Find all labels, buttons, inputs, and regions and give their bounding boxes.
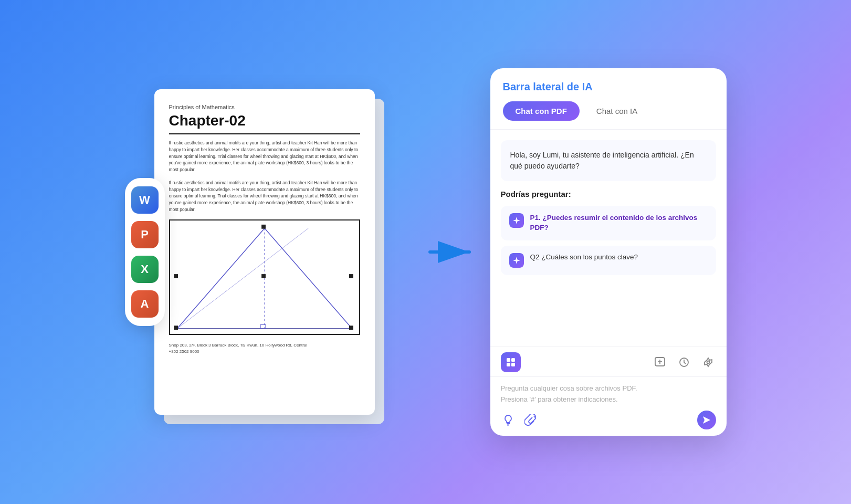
left-section: W P X A Principles of Mathematics Chapte… [125,89,385,415]
app-icon-powerpoint[interactable]: P [131,221,159,248]
suggestions-section: Podrías preguntar: P1. ¿Puedes resumir e… [501,190,716,275]
sparkle-icon-2 [513,257,520,264]
ppt-label: P [141,228,149,242]
history-svg [678,356,690,368]
svg-rect-9 [349,326,353,330]
input-placeholder[interactable]: Pregunta cualquier cosa sobre archivos P… [501,383,716,405]
toolbar-app-svg [506,357,516,368]
tab-chat-pdf[interactable]: Chat con PDF [503,101,580,121]
arrow-icon [427,231,480,273]
attach-svg [524,414,536,426]
pdf-label: A [141,297,149,311]
svg-rect-7 [174,326,178,330]
sidebar-title: Barra lateral de IA [503,81,714,93]
tab-bar: Chat con PDF Chat con IA [503,101,714,121]
svg-rect-17 [511,363,515,366]
suggestion-icon-2 [509,253,524,268]
document-body-1: If rustic aesthetics and animal motifs a… [169,140,360,173]
excel-label: X [141,262,149,276]
svg-rect-8 [261,224,266,228]
suggestion-text-1: P1. ¿Puedes resumir el contenido de los … [530,213,708,233]
suggestion-card-2[interactable]: Q2 ¿Cuáles son los puntos clave? [501,246,716,275]
lightbulb-svg [502,414,514,426]
settings-icon[interactable] [700,354,716,370]
svg-rect-16 [507,363,510,366]
svg-rect-10 [174,274,178,278]
svg-line-26 [534,416,535,417]
document-main: Principles of Mathematics Chapter-02 If … [154,89,375,415]
app-icons-sidebar: W P X A [125,178,165,326]
svg-rect-12 [261,274,266,278]
suggestion-icon-1 [509,213,524,228]
word-label: W [139,193,150,207]
toolbar-app-icon[interactable] [501,352,521,372]
input-area[interactable]: Pregunta cualquier cosa sobre archivos P… [490,376,727,436]
document-stack: Principles of Mathematics Chapter-02 If … [154,89,385,415]
svg-rect-14 [507,358,510,362]
svg-point-23 [707,361,709,364]
input-bottom-bar [501,411,716,429]
greeting-bubble: Hola, soy Lumi, tu asistente de intelige… [501,140,716,181]
send-button[interactable] [697,411,716,429]
tab-chat-ia[interactable]: Chat con IA [584,101,650,121]
history-icon[interactable] [676,354,692,370]
suggestions-title: Podrías preguntar: [501,190,716,198]
document-subtitle: Principles of Mathematics [169,104,360,110]
lightbulb-icon[interactable] [501,413,516,427]
input-left-icons [501,413,538,427]
svg-line-3 [177,228,308,328]
svg-rect-15 [511,358,515,362]
svg-rect-11 [349,274,353,278]
suggestion-text-2: Q2 ¿Cuáles son los puntos clave? [530,253,638,261]
bottom-toolbar [490,346,727,376]
sidebar-header: Barra lateral de IA Chat con PDF Chat co… [490,68,727,130]
app-icon-word[interactable]: W [131,186,159,214]
svg-line-1 [177,228,265,328]
arrow-section [427,231,480,273]
send-icon [702,416,711,424]
document-footer: Shop 203, 2/F, Block 3 Barrack Block, Ta… [169,342,360,355]
app-icon-pdf[interactable]: A [131,290,159,318]
sparkle-icon-1 [513,217,520,224]
new-chat-icon[interactable] [652,354,668,370]
settings-svg [702,356,714,368]
triangle-diagram [169,219,360,335]
ai-sidebar-panel: Barra lateral de IA Chat con PDF Chat co… [490,68,727,436]
chat-body: Hola, soy Lumi, tu asistente de intelige… [490,130,727,346]
document-chapter: Chapter-02 [169,112,360,134]
triangle-svg [170,220,359,334]
toolbar-right-icons [652,354,716,370]
attach-icon[interactable] [523,413,538,427]
app-icon-excel[interactable]: X [131,256,159,283]
svg-line-2 [265,228,352,328]
svg-marker-22 [705,358,712,366]
new-chat-svg [654,356,666,368]
document-body-2: If rustic aesthetics and animal motifs a… [169,180,360,213]
main-container: W P X A Principles of Mathematics Chapte… [0,0,851,504]
suggestion-card-1[interactable]: P1. ¿Puedes resumir el contenido de los … [501,206,716,240]
